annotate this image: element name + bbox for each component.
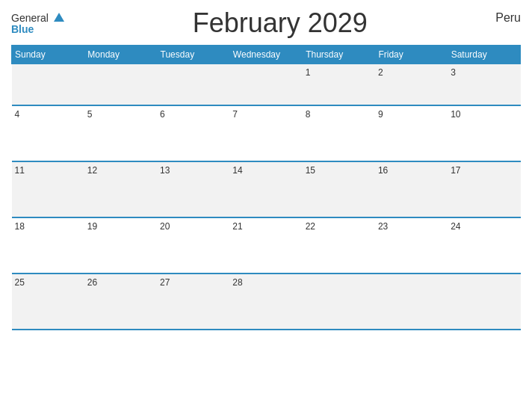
day-number: 21 (232, 221, 242, 232)
calendar-day-cell: 11 (12, 161, 84, 217)
day-number: 15 (306, 165, 315, 176)
day-number: 25 (15, 277, 25, 288)
day-number: 8 (306, 109, 311, 120)
day-number: 23 (378, 221, 388, 232)
calendar-week-row: 18192021222324 (12, 217, 521, 274)
calendar-day-cell (229, 64, 302, 105)
logo-general-text: General (11, 12, 64, 24)
calendar-day-cell (157, 64, 229, 105)
calendar-day-cell: 14 (229, 161, 302, 217)
calendar-day-cell: 18 (12, 217, 84, 274)
calendar-day-cell: 23 (375, 217, 448, 274)
header-monday: Monday (84, 46, 157, 64)
calendar-day-cell: 10 (448, 105, 520, 161)
day-number: 9 (378, 109, 383, 120)
calendar-day-cell (448, 274, 520, 330)
header-sunday: Sunday (12, 46, 84, 64)
calendar-day-cell: 17 (448, 161, 520, 217)
calendar-day-cell: 19 (84, 217, 157, 274)
calendar-day-cell (375, 274, 448, 330)
calendar-day-cell: 13 (157, 161, 229, 217)
day-number: 1 (306, 67, 311, 78)
calendar-day-cell (303, 274, 375, 330)
day-number: 6 (160, 109, 165, 120)
day-number: 3 (451, 67, 456, 78)
logo: General Blue (11, 12, 64, 34)
calendar-day-cell: 20 (157, 217, 229, 274)
calendar-header: General Blue February 2029 Peru (11, 7, 521, 39)
calendar-day-cell: 3 (448, 64, 520, 105)
day-number: 20 (160, 221, 170, 232)
logo-blue-label: Blue (11, 24, 34, 34)
header-wednesday: Wednesday (229, 46, 302, 64)
calendar-day-cell: 1 (303, 64, 375, 105)
header-saturday: Saturday (448, 46, 520, 64)
calendar-day-cell: 26 (84, 274, 157, 330)
day-number: 2 (378, 67, 383, 78)
header-friday: Friday (375, 46, 448, 64)
day-number: 7 (232, 109, 238, 120)
calendar-day-cell: 28 (229, 274, 302, 330)
calendar-day-cell: 6 (157, 105, 229, 161)
calendar-week-row: 45678910 (12, 105, 521, 161)
logo-triangle-icon (54, 13, 64, 22)
calendar-day-cell: 16 (375, 161, 448, 217)
day-number: 14 (232, 165, 242, 176)
day-number: 22 (306, 221, 315, 232)
calendar-title: February 2029 (64, 7, 495, 39)
calendar-day-cell: 15 (303, 161, 375, 217)
calendar-body: 1234567891011121314151617181920212223242… (12, 64, 521, 330)
day-number: 16 (378, 165, 388, 176)
day-number: 13 (160, 165, 170, 176)
calendar-week-row: 123 (12, 64, 521, 105)
calendar-day-cell: 12 (84, 161, 157, 217)
calendar-day-cell: 21 (229, 217, 302, 274)
calendar-week-row: 25262728 (12, 274, 521, 330)
day-number: 17 (451, 165, 460, 176)
calendar-day-cell: 25 (12, 274, 84, 330)
day-number: 24 (451, 221, 460, 232)
calendar-day-cell: 2 (375, 64, 448, 105)
calendar-container: General Blue February 2029 Peru Sunday M… (0, 0, 532, 411)
calendar-day-cell: 5 (84, 105, 157, 161)
calendar-day-cell: 27 (157, 274, 229, 330)
country-label: Peru (495, 7, 521, 25)
calendar-day-cell: 22 (303, 217, 375, 274)
day-number: 18 (15, 221, 25, 232)
calendar-day-cell: 7 (229, 105, 302, 161)
weekday-header-row: Sunday Monday Tuesday Wednesday Thursday… (12, 46, 521, 64)
calendar-week-row: 11121314151617 (12, 161, 521, 217)
calendar-day-cell: 4 (12, 105, 84, 161)
day-number: 12 (87, 165, 97, 176)
day-number: 28 (232, 277, 242, 288)
day-number: 27 (160, 277, 170, 288)
day-number: 4 (15, 109, 20, 120)
calendar-day-cell (12, 64, 84, 105)
calendar-day-cell: 24 (448, 217, 520, 274)
logo-general-label: General (11, 12, 49, 24)
calendar-day-cell: 9 (375, 105, 448, 161)
day-number: 26 (87, 277, 97, 288)
calendar-day-cell: 8 (303, 105, 375, 161)
header-tuesday: Tuesday (157, 46, 229, 64)
day-number: 10 (451, 109, 460, 120)
day-number: 19 (87, 221, 97, 232)
calendar-table: Sunday Monday Tuesday Wednesday Thursday… (11, 45, 521, 330)
calendar-day-cell (84, 64, 157, 105)
header-thursday: Thursday (303, 46, 375, 64)
day-number: 5 (87, 109, 93, 120)
day-number: 11 (15, 165, 25, 176)
